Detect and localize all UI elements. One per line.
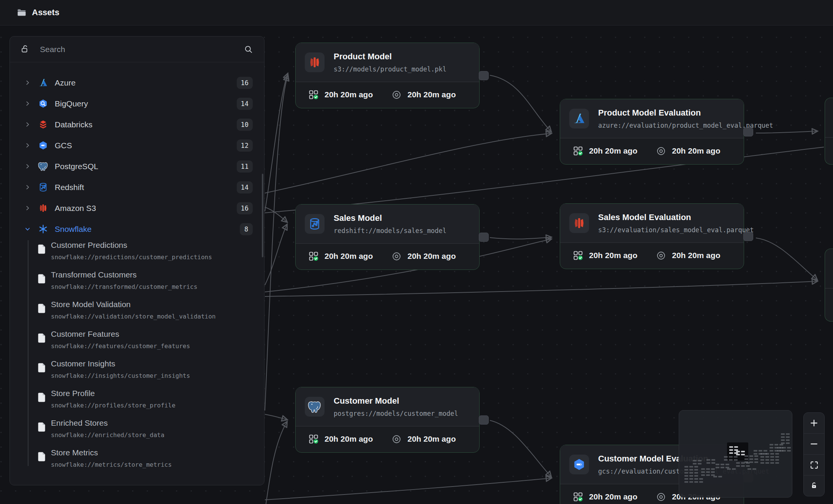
sidebar-item-snowflake[interactable]: Snowflake8 [10, 219, 264, 239]
asset-node-partial-right-2[interactable] [825, 249, 833, 322]
chevron-right-icon[interactable] [24, 163, 31, 170]
sidebar-item-label: GCS [55, 141, 72, 150]
output-handle[interactable] [479, 233, 489, 242]
output-handle[interactable] [743, 232, 753, 241]
sidebar-asset-item[interactable]: Customer Featuressnowflake://features/cu… [10, 328, 264, 358]
output-handle[interactable] [479, 71, 489, 80]
sidebar-asset-item[interactable]: Customer Predictionssnowflake://predicti… [10, 239, 264, 269]
minimap-node [781, 433, 785, 435]
chevron-right-icon[interactable] [24, 79, 31, 86]
asset-node-sales-model-evaluation[interactable]: Sales Model Evaluations3://evaluation/sa… [560, 203, 744, 269]
sidebar-item-azure[interactable]: Azure16 [10, 72, 264, 93]
minimap-node [781, 439, 785, 441]
zoom-in-button[interactable] [804, 413, 824, 434]
sidebar-item-redshift[interactable]: Redshift14 [10, 177, 264, 198]
s3-icon [38, 203, 48, 213]
sidebar-item-amazon-s3[interactable]: Amazon S316 [10, 198, 264, 219]
output-handle[interactable] [743, 127, 753, 136]
minimap-node [729, 452, 733, 454]
asset-count-badge: 12 [237, 139, 253, 152]
minimap-node [747, 468, 751, 470]
asset-node-product-model[interactable]: Product Models3://models/product_model.p… [295, 43, 480, 108]
chevron-right-icon[interactable] [24, 184, 31, 191]
sidebar-item-label: BigQuery [55, 99, 88, 108]
minimap-node [689, 466, 693, 468]
sidebar-asset-item[interactable]: Transformed Customerssnowflake://transfo… [10, 269, 264, 299]
minimap-node [684, 475, 688, 477]
minimap-node [729, 459, 733, 461]
minimap-node [698, 463, 702, 464]
folder-icon [17, 9, 26, 16]
output-handle[interactable] [479, 415, 489, 425]
azure-icon [572, 112, 586, 125]
sidebar-asset-item[interactable]: Enriched Storessnowflake://enriched/stor… [10, 417, 264, 447]
minimap-node [775, 456, 779, 458]
asset-node-product-model-evaluation[interactable]: Product Model Evaluationazure://evaluati… [560, 99, 744, 165]
sidebar-item-label: Azure [55, 78, 76, 87]
minimap-node [734, 459, 738, 461]
materialized-time: 20h 20m ago [589, 492, 637, 501]
lock-toggle-button[interactable] [804, 475, 824, 496]
minimap-node [744, 458, 748, 460]
chevron-right-icon[interactable] [24, 205, 31, 212]
minimap-node [770, 444, 773, 445]
document-icon [38, 244, 46, 254]
sidebar-item-bigquery[interactable]: BigQuery14 [10, 93, 264, 114]
chevron-right-icon[interactable] [24, 142, 31, 149]
minimap-node [694, 478, 698, 480]
materialization-status-icon [309, 90, 319, 100]
sidebar-asset-item[interactable]: Customer Insightssnowflake://insights/cu… [10, 358, 264, 388]
document-icon [38, 452, 46, 462]
minimap-node [782, 450, 786, 452]
chevron-right-icon[interactable] [24, 100, 31, 107]
asset-path: snowflake://validation/store_model_valid… [51, 313, 215, 320]
minimap-node [684, 466, 688, 468]
sidebar-item-gcs[interactable]: GCS12 [10, 135, 264, 156]
asset-count-badge: 16 [237, 202, 253, 214]
minimap-node [689, 472, 693, 474]
search-icon[interactable] [244, 44, 253, 54]
sidebar-asset-item[interactable]: Store Metricssnowflake://metrics/store_m… [10, 447, 264, 477]
chevron-down-icon[interactable] [24, 226, 31, 233]
materialized-time: 20h 20m ago [325, 434, 373, 444]
plus-icon [809, 418, 819, 428]
minimap-node [759, 450, 762, 452]
node-path: redshift://models/sales_model [334, 227, 447, 235]
minimap-node [779, 444, 783, 445]
minimap-node [711, 468, 715, 470]
minimap[interactable] [679, 410, 792, 498]
asset-node-customer-model[interactable]: Customer Modelpostgres://models/customer… [295, 387, 480, 453]
minimap-node [760, 453, 764, 455]
node-icon-chip [569, 455, 589, 474]
minimap-node [774, 444, 778, 445]
minimap-node [729, 449, 733, 451]
asset-node-partial-right-1[interactable] [825, 98, 833, 165]
observed-time: 20h 20m ago [407, 252, 456, 261]
sidebar-item-postgresql[interactable]: PostgreSQL11 [10, 156, 264, 177]
asset-node-sales-model[interactable]: Sales Modelredshift://models/sales_model… [295, 204, 480, 270]
minimap-node [713, 476, 717, 477]
sidebar-asset-item[interactable]: Store Profilesnowflake://profiles/store_… [10, 388, 264, 417]
sidebar-scrollbar[interactable] [262, 174, 263, 257]
zoom-out-button[interactable] [804, 434, 824, 455]
sidebar-item-databricks[interactable]: Databricks10 [10, 114, 264, 135]
sidebar-asset-item[interactable]: Store Model Validationsnowflake://valida… [10, 299, 264, 328]
minimap-node [736, 462, 740, 464]
search-input[interactable] [39, 44, 234, 54]
minimap-node [786, 439, 790, 441]
lock-open-icon[interactable] [21, 44, 30, 54]
observed-time: 20h 20m ago [672, 146, 720, 155]
asset-title: Customer Predictions [51, 241, 127, 250]
minimap-node [760, 462, 764, 464]
fit-view-button[interactable] [804, 455, 824, 475]
minimap-node [729, 456, 733, 458]
minus-icon [809, 439, 819, 449]
minimap-node [725, 464, 729, 465]
asset-title: Store Model Validation [51, 300, 131, 309]
minimap-node [775, 462, 779, 464]
asset-path: snowflake://profiles/store_profile [51, 402, 176, 409]
materialization-status-icon [573, 146, 583, 156]
minimap-node [744, 455, 748, 457]
chevron-right-icon[interactable] [24, 121, 31, 128]
materialization-status-icon [309, 434, 319, 444]
